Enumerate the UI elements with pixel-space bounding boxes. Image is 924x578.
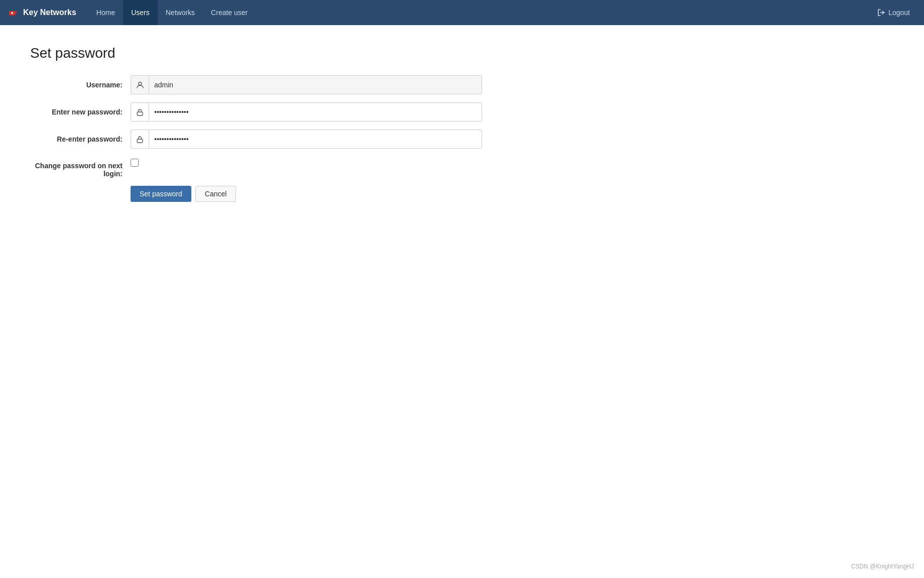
svg-rect-3 — [16, 11, 17, 13]
logout-icon — [877, 9, 885, 17]
set-password-form: Username: Enter new password: — [30, 75, 482, 202]
username-input[interactable] — [149, 76, 482, 94]
navbar-right: Logout — [871, 6, 916, 20]
user-icon — [131, 76, 149, 94]
nav-create-user[interactable]: Create user — [203, 0, 256, 25]
reenter-password-label: Re-enter password: — [30, 135, 131, 143]
reenter-password-input-wrapper — [131, 130, 482, 149]
nav-users[interactable]: Users — [123, 0, 158, 25]
change-on-login-checkbox-wrapper — [131, 159, 139, 167]
logout-button[interactable]: Logout — [871, 6, 916, 20]
svg-point-1 — [11, 12, 13, 14]
nav-items: Home Users Networks Create user — [88, 0, 871, 25]
footer-watermark: CSDN @KnightYangHJ — [851, 563, 914, 570]
username-input-wrapper — [131, 75, 482, 94]
lock-icon-new — [131, 103, 149, 121]
username-row: Username: — [30, 75, 482, 94]
lock-icon-reenter — [131, 130, 149, 148]
nav-networks[interactable]: Networks — [158, 0, 203, 25]
cancel-button[interactable]: Cancel — [195, 186, 237, 202]
brand-icon — [8, 7, 19, 18]
new-password-input[interactable] — [149, 103, 482, 121]
svg-point-5 — [139, 82, 142, 85]
form-buttons: Set password Cancel — [131, 186, 482, 202]
new-password-row: Enter new password: — [30, 102, 482, 122]
nav-home[interactable]: Home — [88, 0, 123, 25]
reenter-password-row: Re-enter password: — [30, 130, 482, 149]
change-on-login-checkbox[interactable] — [131, 159, 139, 167]
page-title: Set password — [30, 45, 894, 61]
username-label: Username: — [30, 81, 131, 89]
new-password-input-wrapper — [131, 102, 482, 122]
main-content: Set password Username: Enter new passwor… — [0, 25, 924, 222]
set-password-button[interactable]: Set password — [131, 186, 191, 202]
navbar: Key Networks Home Users Networks Create … — [0, 0, 924, 25]
brand-link[interactable]: Key Networks — [8, 7, 76, 18]
change-on-login-row: Change password on next login: — [30, 157, 482, 178]
new-password-label: Enter new password: — [30, 108, 131, 116]
reenter-password-input[interactable] — [149, 130, 482, 148]
change-on-login-label: Change password on next login: — [30, 159, 131, 178]
brand-name: Key Networks — [23, 8, 76, 17]
svg-rect-6 — [137, 112, 143, 115]
logout-label: Logout — [888, 9, 910, 17]
svg-rect-7 — [137, 139, 143, 143]
